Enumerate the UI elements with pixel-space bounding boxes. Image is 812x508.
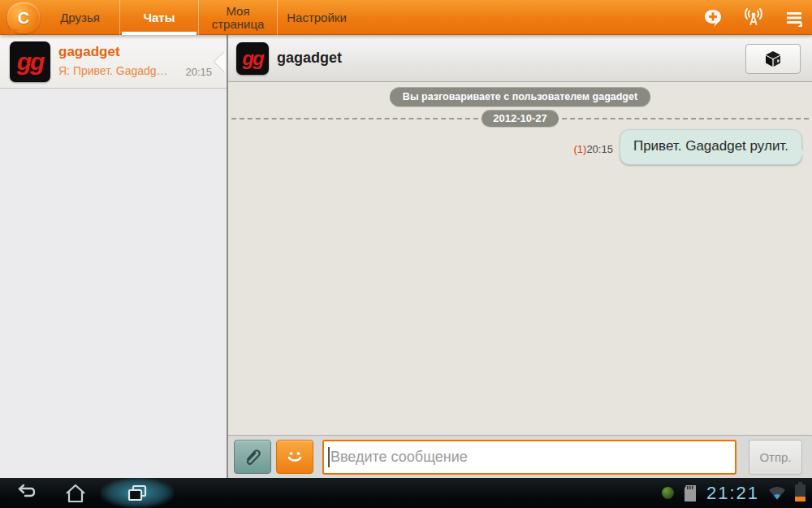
sidebar-divider (227, 35, 228, 478)
nav-tabs: Друзья Чаты Моя страница Настройки (41, 0, 356, 35)
topbar-actions (702, 0, 806, 35)
home-icon (63, 482, 88, 505)
avatar-initials: gg (17, 48, 44, 76)
status-banner: Вы разговариваете с пользователем gagadg… (390, 87, 650, 106)
chat-item-name: gagadget (58, 44, 120, 60)
smiley-icon (283, 445, 306, 468)
avatar-initials: gg (242, 47, 262, 70)
selected-chat-notch (214, 51, 225, 72)
history-button[interactable] (745, 44, 801, 74)
back-icon (13, 483, 37, 504)
message-input[interactable] (322, 440, 736, 475)
date-divider-row: 2012-10-27 (228, 109, 812, 127)
tab-my-page[interactable]: Моя страница (198, 0, 277, 35)
chat-list-sidebar: gg gagadget Я: Привет. Gagadg… 20:15 (0, 35, 227, 478)
app-logo-letter: C (18, 9, 29, 28)
tab-friends[interactable]: Друзья (41, 0, 119, 35)
conversation-avatar: gg (236, 42, 269, 75)
conversation-panel: gg gagadget Вы разговариваете с пользова… (228, 35, 812, 478)
sdcard-icon (682, 484, 698, 503)
android-system-bar: 21:21 (0, 478, 812, 508)
menu-icon[interactable] (783, 7, 806, 29)
tab-settings[interactable]: Настройки (277, 0, 356, 35)
app-logo-icon[interactable]: C (7, 2, 40, 33)
system-nav-icons (0, 478, 174, 508)
conversation-header: gg gagadget (228, 35, 812, 82)
message-unread-badge: (1) (573, 143, 586, 155)
new-chat-icon[interactable] (702, 7, 724, 29)
message-composer: Отпр. (228, 435, 812, 478)
message-text: Привет. Gagadget рулит. (633, 138, 788, 154)
recent-apps-icon (125, 482, 149, 505)
system-clock: 21:21 (706, 483, 759, 504)
cube-icon (762, 49, 784, 70)
text-caret (328, 447, 330, 467)
back-button[interactable] (0, 478, 50, 508)
message-bubble[interactable]: Привет. Gagadget рулит. (620, 129, 802, 165)
smiley-button[interactable] (276, 440, 313, 474)
notification-app-icon (662, 487, 674, 499)
date-divider: 2012-10-27 (482, 110, 559, 127)
message-input-wrap (322, 440, 736, 475)
battery-level (795, 497, 806, 501)
top-navigation-bar: C Друзья Чаты Моя страница Настройки (0, 0, 812, 35)
home-button[interactable] (50, 478, 101, 508)
attach-button[interactable] (234, 440, 271, 474)
tab-friends-label: Друзья (60, 11, 100, 24)
recent-apps-button[interactable] (101, 478, 174, 508)
system-tray[interactable]: 21:21 (662, 478, 806, 508)
tab-settings-label: Настройки (287, 11, 347, 24)
battery-icon (795, 484, 806, 501)
bubble-tail (795, 147, 809, 161)
message-time: 20:15 (586, 143, 613, 155)
paperclip-icon (242, 446, 263, 467)
chat-list-item-gagadget[interactable]: gg gagadget Я: Привет. Gagadg… 20:15 (0, 35, 227, 89)
status-banner-row: Вы разговариваете с пользователем gagadg… (228, 87, 812, 106)
tab-my-page-label: Моя страница (202, 5, 274, 31)
message-list[interactable]: Вы разговариваете с пользователем gagadg… (228, 82, 812, 428)
conversation-title: gagadget (277, 50, 342, 67)
message-row: (1)20:15 Привет. Gagadget рулит. (573, 129, 802, 165)
chat-item-time: 20:15 (185, 66, 212, 78)
chat-item-avatar: gg (10, 41, 50, 82)
wifi-icon (767, 485, 787, 501)
chat-item-preview: Я: Привет. Gagadg… (58, 64, 184, 77)
tab-chats[interactable]: Чаты (119, 0, 198, 35)
send-button[interactable]: Отпр. (749, 440, 802, 475)
app-screen: C Друзья Чаты Моя страница Настройки (0, 0, 812, 508)
tab-chats-label: Чаты (143, 11, 175, 24)
broadcast-icon[interactable] (742, 7, 765, 29)
message-meta: (1)20:15 (573, 143, 612, 155)
